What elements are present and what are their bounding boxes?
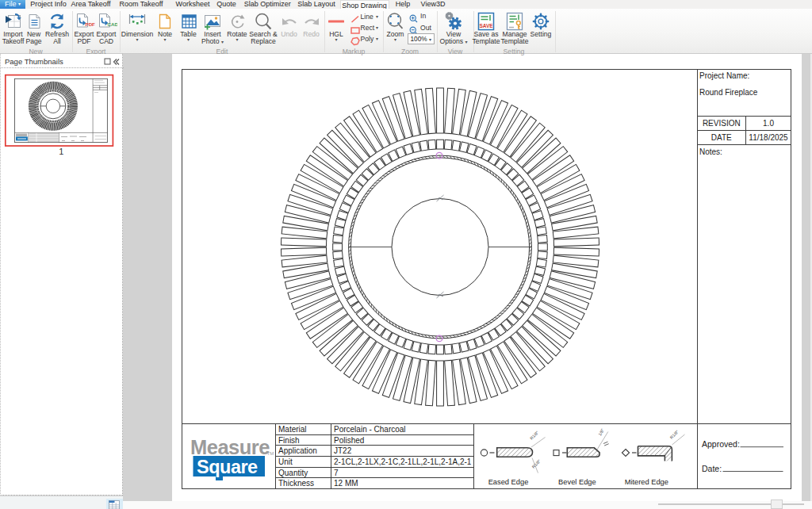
svg-text:TM: TM [267,451,274,456]
svg-text:7: 7 [334,469,339,477]
svg-text:Round Fireplace: Round Fireplace [699,88,758,97]
svg-text:Notes:: Notes: [699,147,722,156]
svg-text:SAVE: SAVE [479,22,493,28]
svg-text:Mitered Edge: Mitered Edge [625,478,668,486]
svg-text:Quantity: Quantity [278,469,308,477]
svg-text:2-1CL,2-1LX,2-1C,2-1LL,2-1L,2-: 2-1CL,2-1LX,2-1C,2-1LL,2-1L,2-1A,2-1 [334,457,472,466]
svg-text:CAD: CAD [107,21,117,26]
svg-text:JT22: JT22 [334,446,352,455]
svg-text:Finish: Finish [278,436,300,445]
svg-text:REVISION: REVISION [703,119,741,128]
svg-text:Measure: Measure [190,436,270,458]
svg-text:Application: Application [278,446,317,455]
svg-text:Date:: Date: [702,464,722,473]
svg-text:Bevel Edge: Bevel Edge [558,478,596,486]
svg-text:11/18/2025: 11/18/2025 [749,133,788,142]
svg-text:1.0: 1.0 [763,119,774,128]
svg-text:Project Name:: Project Name: [699,71,749,80]
svg-text:DATE: DATE [711,133,732,142]
svg-text:12 MM: 12 MM [334,479,358,488]
svg-text:Unit: Unit [278,457,293,466]
svg-text:Eased Edge: Eased Edge [488,478,529,486]
svg-text:Square: Square [197,457,258,477]
svg-text:Porcelain - Charcoal: Porcelain - Charcoal [334,425,406,434]
svg-text:PDF: PDF [85,21,95,26]
svg-text:Approved:: Approved: [702,439,740,449]
svg-text:Thickness: Thickness [278,479,314,488]
svg-text:Material: Material [278,425,307,434]
svg-text:Polished: Polished [334,436,364,445]
svg-text:1: 1 [59,147,63,156]
